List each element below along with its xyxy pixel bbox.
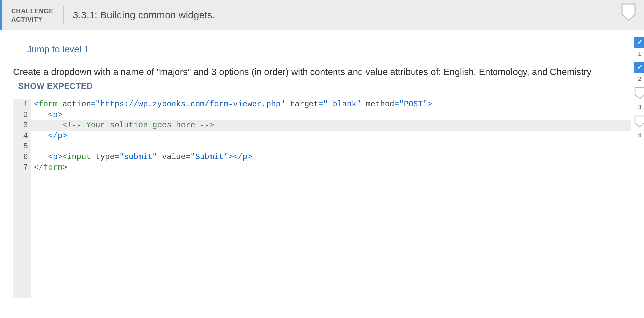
instructions-text: Create a dropdown with a name of "majors… xyxy=(13,65,606,93)
line-number: 6 xyxy=(13,152,31,162)
code-line: 6 <p><input type="submit" value="Submit"… xyxy=(13,152,631,162)
show-expected-button[interactable]: SHOW EXPECTED xyxy=(18,81,93,91)
code-text[interactable]: <p> xyxy=(31,110,631,120)
line-number: 7 xyxy=(13,162,31,173)
code-line: 1 <form action="https://wp.zybooks.com/f… xyxy=(13,99,631,110)
editor-empty-area[interactable] xyxy=(13,173,631,298)
line-number: 3 xyxy=(13,120,31,131)
code-text[interactable]: <p><input type="submit" value="Submit"><… xyxy=(31,152,631,162)
shield-icon xyxy=(634,87,644,100)
code-line: 2 <p> xyxy=(13,110,631,120)
code-editor[interactable]: 1 <form action="https://wp.zybooks.com/f… xyxy=(13,99,631,298)
code-line: 7 </form> xyxy=(13,162,631,173)
code-text[interactable]: </form> xyxy=(31,162,631,173)
level-4-indicator[interactable] xyxy=(634,115,644,130)
code-line-active: 3 <!-- Your solution goes here --> xyxy=(13,120,631,131)
check-icon: ✓ xyxy=(637,38,643,47)
code-text[interactable]: <form action="https://wp.zybooks.com/for… xyxy=(31,99,631,110)
jump-to-level-link[interactable]: Jump to level 1 xyxy=(27,44,89,55)
challenge-label-line1: CHALLENGE xyxy=(11,7,54,15)
challenge-activity-label: CHALLENGE ACTIVITY xyxy=(2,7,63,24)
challenge-title: 3.3.1: Building common widgets. xyxy=(64,10,215,21)
gutter-filler xyxy=(13,173,31,298)
check-icon: ✓ xyxy=(637,63,643,72)
level-2-indicator[interactable]: ✓ xyxy=(634,62,644,73)
level-1-indicator[interactable]: ✓ xyxy=(634,37,644,48)
line-number: 5 xyxy=(13,141,31,152)
level-4-label: 4 xyxy=(638,132,641,139)
challenge-label-line2: ACTIVITY xyxy=(11,15,54,24)
prompt-body: Create a dropdown with a name of "majors… xyxy=(13,67,591,77)
code-line: 4 </p> xyxy=(13,131,631,141)
level-2-label: 2 xyxy=(638,76,641,82)
level-1-label: 1 xyxy=(638,51,641,57)
line-number: 4 xyxy=(13,131,31,141)
progress-shield-icon xyxy=(621,3,636,22)
challenge-header: CHALLENGE ACTIVITY 3.3.1: Building commo… xyxy=(0,0,644,30)
code-text[interactable]: </p> xyxy=(31,131,631,141)
line-number: 1 xyxy=(13,99,31,110)
line-number: 2 xyxy=(13,110,31,120)
code-text[interactable] xyxy=(31,141,631,152)
level-3-label: 3 xyxy=(638,104,641,111)
code-text[interactable]: <!-- Your solution goes here --> xyxy=(31,120,631,131)
code-line: 5 xyxy=(13,141,631,152)
content-area: Jump to level 1 Create a dropdown with a… xyxy=(0,30,644,311)
level-progress-rail: ✓ 1 ✓ 2 3 4 xyxy=(634,37,644,141)
level-3-indicator[interactable] xyxy=(634,87,644,101)
shield-icon xyxy=(634,115,644,128)
